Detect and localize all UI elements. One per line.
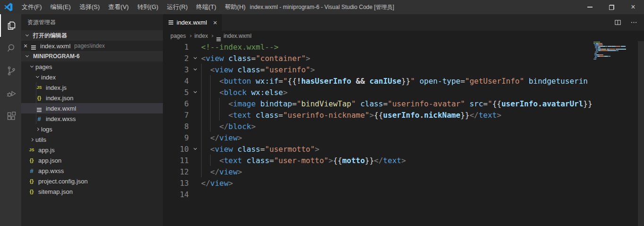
activity-explorer[interactable] — [0, 14, 21, 37]
code-line-12[interactable]: 12 </view> — [163, 166, 593, 177]
activity-extensions[interactable] — [0, 105, 21, 128]
line-number: 5 — [163, 88, 189, 97]
tree-item-project-config-json[interactable]: {}project.config.json — [21, 176, 163, 186]
fold-chevron-icon[interactable] — [189, 69, 201, 70]
chevron-down-icon — [28, 66, 35, 67]
wxss-file-icon: # — [28, 167, 35, 174]
indent-guide — [210, 98, 211, 109]
fold-chevron-icon[interactable] — [189, 92, 201, 93]
wxml-file-icon — [216, 33, 221, 39]
restore-icon[interactable] — [601, 0, 622, 14]
activity-search[interactable] — [0, 37, 21, 60]
breadcrumb-item-index[interactable]: index — [195, 33, 208, 39]
menu-bar: 文件(F)编辑(E)选择(S)查看(V)转到(G)运行(R)终端(T)帮助(H) — [17, 0, 250, 14]
close-icon[interactable]: × — [622, 0, 644, 14]
workspace-header[interactable]: MINIPROGRAM-6 — [21, 51, 163, 61]
menu-item-r[interactable]: 运行(R) — [162, 0, 192, 14]
code-line-1[interactable]: 1<!--index.wxml--> — [163, 41, 593, 52]
indent-guide — [210, 75, 211, 87]
activity-run-debug[interactable] — [0, 82, 21, 105]
menu-item-h[interactable]: 帮助(H) — [220, 0, 250, 14]
tree-item-index-wxss[interactable]: #index.wxss — [21, 113, 163, 124]
code-line-content: <view class="container"> — [201, 54, 310, 63]
tree-indent-guide — [36, 103, 36, 113]
tree-item-index[interactable]: index — [21, 72, 163, 82]
tree-item-logs[interactable]: logs — [21, 124, 163, 134]
close-editor-icon[interactable]: × — [21, 42, 30, 50]
minimize-icon[interactable] — [579, 0, 601, 14]
tab-bar: index.wxml × — [163, 14, 644, 31]
tree-item-app-wxss[interactable]: #app.wxss — [21, 165, 163, 176]
window-title: index.wxml - miniprogram-6 - Visual Stud… — [250, 3, 394, 11]
open-editors-header-label: 打开的编辑器 — [33, 32, 67, 40]
code-line-content: <button wx:if="{{!hasUserInfo && canIUse… — [201, 77, 588, 86]
fold-chevron-icon[interactable] — [189, 148, 201, 149]
line-number: 10 — [163, 145, 189, 154]
chevron-down-icon — [34, 77, 41, 78]
fold-chevron-icon[interactable] — [189, 58, 201, 59]
menu-item-v[interactable]: 查看(V) — [104, 0, 133, 14]
open-editors-header[interactable]: 打开的编辑器 — [21, 30, 163, 41]
indent-guide — [210, 121, 211, 132]
activity-source-control[interactable] — [0, 60, 21, 82]
chevron-down-icon — [23, 56, 31, 57]
line-number: 4 — [163, 77, 189, 86]
menu-item-f[interactable]: 文件(F) — [17, 0, 46, 14]
code-line-9[interactable]: 9 </view> — [163, 132, 593, 143]
tab-close-icon[interactable]: × — [213, 18, 217, 26]
code-line-2[interactable]: 2<view class="container"> — [163, 52, 593, 64]
tree-item-index-json[interactable]: {}index.json — [21, 93, 163, 103]
code-line-content: </view> — [201, 167, 242, 176]
tree-item-label: index — [41, 74, 56, 81]
indent-guide — [201, 155, 202, 166]
tree-item-utils[interactable]: utils — [21, 134, 163, 145]
code-line-13[interactable]: 13</view> — [163, 177, 593, 189]
tree-item-app-json[interactable]: {}app.json — [21, 155, 163, 165]
code-line-6[interactable]: 6 <image bindtap="bindViewTap" class="us… — [163, 98, 593, 109]
breadcrumb-item-pages[interactable]: pages — [170, 33, 186, 39]
code-line-10[interactable]: 10 <view class="usermotto"> — [163, 143, 593, 155]
tree-item-index-wxml[interactable]: index.wxml — [21, 103, 163, 113]
open-editor-name: index.wxml — [40, 43, 70, 50]
open-editors-list: ×index.wxmlpages\index — [21, 41, 163, 51]
indent-guide — [201, 64, 202, 75]
code-line-5[interactable]: 5 <block wx:else> — [163, 87, 593, 98]
code-line-content: </view> — [201, 179, 233, 188]
breadcrumb-separator-icon — [211, 35, 214, 37]
workspace-header-label: MINIPROGRAM-6 — [33, 53, 80, 60]
code-area[interactable]: 1<!--index.wxml-->2<view class="containe… — [163, 41, 644, 226]
tree-item-label: app.js — [38, 147, 55, 154]
line-number: 9 — [163, 133, 189, 142]
code-line-11[interactable]: 11 <text class="user-motto">{{motto}}</t… — [163, 155, 593, 166]
file-tree: pagesindexJSindex.js{}index.jsonindex.wx… — [21, 61, 163, 197]
tab-index-wxml[interactable]: index.wxml × — [163, 14, 222, 31]
indent-guide — [219, 109, 220, 121]
code-line-8[interactable]: 8 </block> — [163, 121, 593, 132]
menu-item-t[interactable]: 终端(T) — [192, 0, 220, 14]
minimap[interactable] — [593, 41, 638, 226]
menu-item-e[interactable]: 编辑(E) — [46, 0, 75, 14]
breadcrumb-label: index.wxml — [223, 33, 251, 39]
tree-item-label: index.wxml — [46, 105, 76, 112]
menu-item-s[interactable]: 选择(S) — [75, 0, 104, 14]
tree-item-label: index.js — [46, 84, 67, 91]
run-debug-icon — [6, 88, 17, 99]
tree-item-label: app.json — [38, 157, 61, 164]
tree-item-app-js[interactable]: JSapp.js — [21, 145, 163, 155]
tree-item-sitemap-json[interactable]: {}sitemap.json — [21, 186, 163, 197]
breadcrumb-item-index-wxml[interactable]: index.wxml — [216, 33, 251, 39]
split-editor-icon[interactable] — [611, 16, 624, 29]
more-actions-icon[interactable] — [627, 16, 640, 29]
vertical-scrollbar[interactable] — [638, 41, 644, 226]
tree-item-pages[interactable]: pages — [21, 61, 163, 72]
open-editor-item-index.wxml[interactable]: ×index.wxmlpages\index — [21, 41, 163, 51]
code-line-7[interactable]: 7 <text class="userinfo-nickname">{{user… — [163, 109, 593, 121]
code-lines: 1<!--index.wxml-->2<view class="containe… — [163, 41, 593, 226]
code-line-3[interactable]: 3 <view class="userinfo"> — [163, 64, 593, 75]
code-line-4[interactable]: 4 <button wx:if="{{!hasUserInfo && canIU… — [163, 75, 593, 87]
line-number: 14 — [163, 190, 189, 199]
json-file-icon: {} — [28, 157, 35, 163]
code-line-14[interactable]: 14 — [163, 189, 593, 200]
menu-item-g[interactable]: 转到(G) — [133, 0, 163, 14]
tree-item-index-js[interactable]: JSindex.js — [21, 82, 163, 93]
